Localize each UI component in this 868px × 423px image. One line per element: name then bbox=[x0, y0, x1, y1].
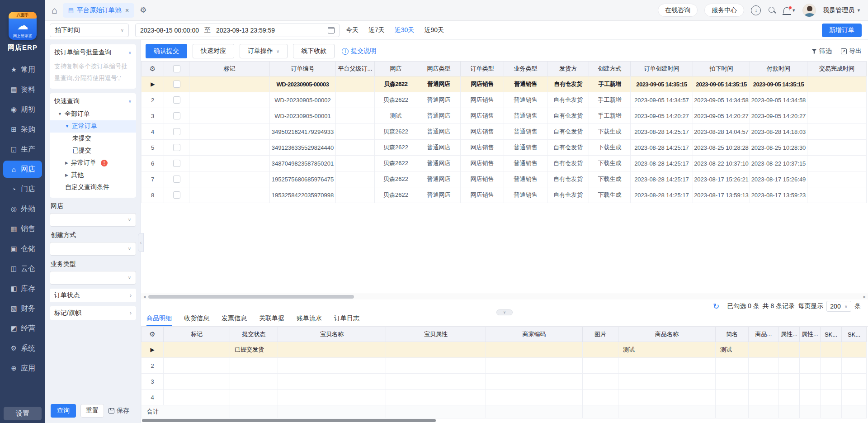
tree-item-3[interactable]: 已提交 bbox=[50, 145, 136, 157]
detail-row[interactable]: ▶已提交发货测试测试 bbox=[142, 342, 867, 358]
home-icon[interactable]: ⌂ bbox=[52, 5, 57, 15]
panel-collapse-handle[interactable]: ‹ bbox=[138, 233, 144, 252]
row-checkbox[interactable] bbox=[173, 96, 180, 104]
detail-row[interactable]: 2 bbox=[142, 358, 867, 374]
sidebar-item-apps[interactable]: ⊕应用 bbox=[3, 360, 42, 377]
service-center-button[interactable]: 服务中心 bbox=[704, 4, 744, 17]
order-cell: 自有仓发货 bbox=[547, 76, 589, 92]
columns-gear-icon[interactable]: ⚙ bbox=[142, 327, 164, 342]
detail-row[interactable]: 4 bbox=[142, 390, 867, 405]
row-checkbox[interactable] bbox=[173, 81, 180, 88]
toolbar-button-2[interactable]: 线下收款 bbox=[293, 44, 335, 58]
scroll-right-icon[interactable]: ► bbox=[863, 295, 867, 299]
export-button[interactable]: ↗ 导出 bbox=[841, 47, 862, 55]
detail-tab-2[interactable]: 发票信息 bbox=[222, 314, 247, 326]
row-checkbox[interactable] bbox=[173, 176, 180, 183]
sidebar-item-sales[interactable]: ▦销售 bbox=[3, 220, 42, 238]
search-icon[interactable] bbox=[768, 6, 777, 15]
sidebar-item-star[interactable]: ★常用 bbox=[3, 61, 42, 78]
refresh-icon[interactable]: ↻ bbox=[713, 302, 719, 311]
tree-item-5[interactable]: ▶其他 bbox=[50, 169, 136, 181]
order-row[interactable]: 2WD-20230905-00002贝森2622普通网店网店销售普通销售自有仓发… bbox=[142, 92, 867, 108]
scroll-left-icon[interactable]: ◄ bbox=[142, 295, 146, 299]
sidebar-item-production[interactable]: ◲生产 bbox=[3, 141, 42, 158]
online-consult-button[interactable]: 在线咨询 bbox=[658, 4, 698, 17]
row-checkbox[interactable] bbox=[173, 112, 180, 119]
detail-collapse-handle[interactable]: ∨ bbox=[496, 309, 513, 315]
notification-bell[interactable]: ▼ bbox=[783, 7, 796, 14]
tree-item-1[interactable]: ▼正常订单 bbox=[50, 120, 136, 133]
user-menu[interactable]: 我是管理员 ▼ bbox=[823, 6, 861, 14]
order-row[interactable]: 71952575680685976475贝森2622普通网店网店销售普通销售自有… bbox=[142, 171, 867, 187]
per-page-select[interactable]: 200 ∨ bbox=[826, 301, 851, 312]
order-row[interactable]: 43495021624179294933贝森2622普通网店网店销售普通销售自有… bbox=[142, 124, 867, 140]
sidebar-item-cloud-warehouse[interactable]: ◫云仓 bbox=[3, 260, 42, 277]
quick-filter-1[interactable]: 近7天 bbox=[368, 26, 385, 34]
query-panel: 按订单编号批量查询 ∨ 支持复制多个按订单编号批量查询,分隔符使用逗号',' 快… bbox=[45, 40, 141, 423]
sidebar-item-inventory[interactable]: ◧库存 bbox=[3, 280, 42, 297]
row-checkbox[interactable] bbox=[173, 128, 180, 135]
toolbar-button-0[interactable]: 快速对应 bbox=[193, 44, 234, 58]
order-row[interactable]: 63487049823587850201贝森2622普通网店网店销售普通销售自有… bbox=[142, 156, 867, 171]
select-2[interactable]: ∨ bbox=[50, 271, 136, 285]
query-button[interactable]: 查询 bbox=[51, 404, 76, 418]
sidebar-item-warehouse[interactable]: ▣仓储 bbox=[3, 240, 42, 257]
select-0[interactable]: ∨ bbox=[50, 213, 136, 227]
tree-item-6[interactable]: 自定义查询条件 bbox=[50, 181, 136, 194]
sidebar-item-field-work[interactable]: ◎外勤 bbox=[3, 200, 42, 218]
detail-tab-5[interactable]: 订单日志 bbox=[334, 314, 359, 326]
caret-right-icon: ▶ bbox=[65, 161, 68, 165]
detail-tab-1[interactable]: 收货信息 bbox=[184, 314, 209, 326]
sidebar-item-purchase[interactable]: ⊞采购 bbox=[3, 121, 42, 138]
sidebar-item-docs[interactable]: ▤资料 bbox=[3, 81, 42, 98]
detail-tab-3[interactable]: 关联单据 bbox=[259, 314, 284, 326]
quick-filter-0[interactable]: 今天 bbox=[346, 26, 359, 34]
collapsed-section-1[interactable]: 标记/旗帜› bbox=[50, 306, 136, 320]
save-button[interactable]: 保存 bbox=[108, 407, 129, 415]
quick-query-header[interactable]: 快速查询 ∨ bbox=[54, 97, 132, 105]
order-row[interactable]: 53491236335529824440贝森2622普通网店网店销售普通销售自有… bbox=[142, 140, 867, 156]
collapsed-section-0[interactable]: 订单状态› bbox=[50, 289, 136, 302]
detail-row[interactable]: 3 bbox=[142, 374, 867, 390]
order-row[interactable]: 81953258422035970998贝森2622普通网店网店销售普通销售自有… bbox=[142, 187, 867, 203]
sidebar-item-system[interactable]: ⚙系统 bbox=[3, 340, 42, 357]
toolbar-button-1[interactable]: 订单操作∨ bbox=[240, 44, 288, 58]
tree-item-4[interactable]: ▶异常订单! bbox=[50, 157, 136, 169]
select-1[interactable]: ∨ bbox=[50, 242, 136, 256]
quick-filter-3[interactable]: 近90天 bbox=[424, 26, 444, 34]
tree-item-0[interactable]: ▼全部订单 bbox=[50, 108, 136, 120]
sidebar-item-initial[interactable]: ◉期初 bbox=[3, 101, 42, 118]
sidebar-item-store[interactable]: ◔门店 bbox=[3, 181, 42, 198]
new-order-button[interactable]: 新增订单 bbox=[822, 24, 862, 37]
row-checkbox[interactable] bbox=[173, 160, 180, 167]
sidebar-item-operation[interactable]: ◩经营 bbox=[3, 320, 42, 337]
download-icon[interactable]: ↓ bbox=[751, 5, 761, 15]
detail-hscroll-thumb[interactable] bbox=[142, 419, 436, 422]
order-row[interactable]: ▶WD-20230905-00003贝森2622普通网店网店销售普通销售自有仓发… bbox=[142, 76, 867, 92]
select-all-checkbox[interactable] bbox=[173, 65, 180, 72]
tab-close-icon[interactable]: × bbox=[125, 7, 129, 14]
columns-gear-icon[interactable]: ⚙ bbox=[142, 62, 164, 76]
tree-item-2[interactable]: 未提交 bbox=[50, 133, 136, 145]
reset-button[interactable]: 重置 bbox=[80, 404, 104, 418]
sidebar-item-online-shop[interactable]: ⌂网店 bbox=[3, 161, 42, 178]
time-field-select[interactable]: 拍下时间 ∨ bbox=[50, 24, 129, 37]
avatar[interactable] bbox=[802, 4, 816, 17]
order-row[interactable]: 3WD-20230905-00001测试普通网店网店销售普通销售自有仓发货手工新… bbox=[142, 108, 867, 124]
detail-tab-0[interactable]: 商品明细 bbox=[146, 314, 172, 326]
detail-tab-4[interactable]: 账单流水 bbox=[297, 314, 322, 326]
submit-help-link[interactable]: i 提交说明 bbox=[342, 47, 376, 55]
tabs-settings-gear-icon[interactable]: ⚙ bbox=[140, 5, 146, 15]
quick-filter-2[interactable]: 近30天 bbox=[395, 26, 415, 34]
tab-platform-order-pool[interactable]: ▤ 平台原始订单池 × bbox=[63, 3, 134, 18]
row-checkbox[interactable] bbox=[173, 191, 180, 199]
orders-hscroll-thumb[interactable] bbox=[148, 295, 354, 299]
confirm-submit-button[interactable]: 确认提交 bbox=[146, 44, 187, 58]
sidebar-item-finance[interactable]: ▧财务 bbox=[3, 300, 42, 317]
batch-query-textarea[interactable]: 支持复制多个按订单编号批量查询,分隔符使用逗号',' bbox=[54, 61, 132, 85]
filter-columns-button[interactable]: 筛选 bbox=[811, 47, 832, 55]
row-checkbox[interactable] bbox=[173, 144, 180, 151]
batch-query-header[interactable]: 按订单编号批量查询 ∨ bbox=[54, 48, 132, 57]
date-range-input[interactable]: 2023-08-15 00:00:00 至 2023-09-13 23:59:5… bbox=[135, 24, 340, 37]
sidebar-settings-button[interactable]: 设置 bbox=[4, 407, 42, 420]
